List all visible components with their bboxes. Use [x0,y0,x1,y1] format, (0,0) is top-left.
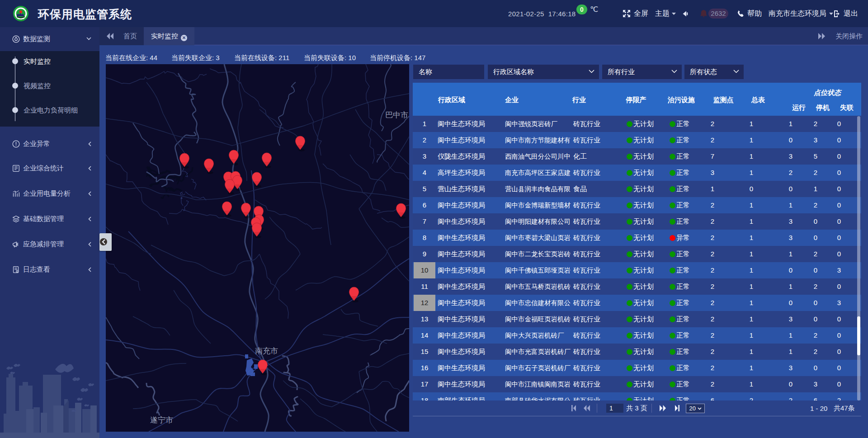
svg-text:南充市: 南充市 [255,347,278,355]
svg-text:巴中市: 巴中市 [385,111,408,119]
svg-text:遂宁市: 遂宁市 [150,416,173,424]
svg-text:南充市: 南充市 [19,19,24,21]
